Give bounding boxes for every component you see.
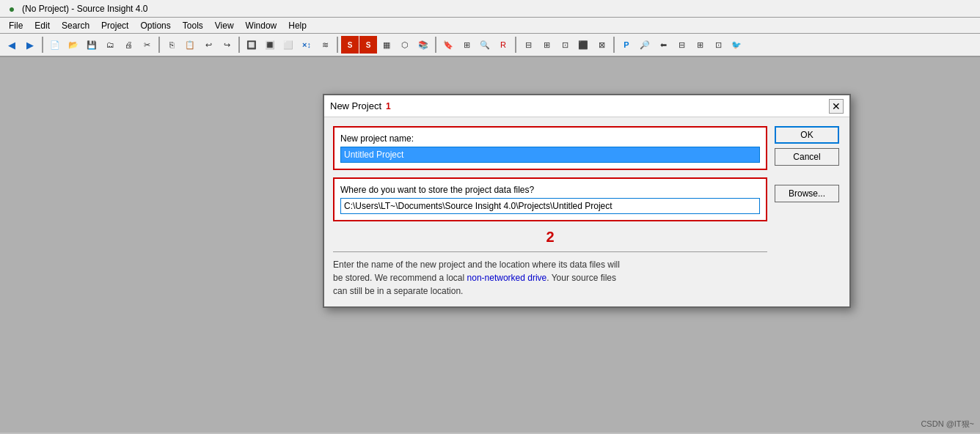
new-file-button[interactable]: 📄	[46, 36, 64, 54]
toolbar-sep-2	[158, 37, 160, 53]
path-field-group: Where do you want to store the project d…	[333, 177, 767, 221]
toolbar-btn-p[interactable]: ⊞	[538, 36, 555, 54]
toolbar-btn-m[interactable]: 🔍	[476, 36, 494, 54]
cut-button[interactable]: ✂	[138, 36, 156, 54]
toolbar-sep-5	[435, 37, 436, 53]
menu-bar: File Edit Search Project Options Tools V…	[0, 18, 980, 34]
toolbar-btn-h[interactable]: ▦	[378, 36, 395, 54]
toolbar-btn-k[interactable]: 🔖	[439, 36, 457, 54]
undo-button[interactable]: ↩	[200, 36, 217, 54]
menu-view[interactable]: View	[209, 19, 240, 32]
toolbar-btn-g[interactable]: S	[359, 36, 377, 54]
forward-button[interactable]: ▶	[21, 36, 39, 54]
toolbar-sep-1	[42, 37, 43, 53]
help-line-3: can still be in a separate location.	[333, 286, 463, 296]
dialog-divider	[333, 251, 767, 252]
title-bar-text: (No Project) - Source Insight 4.0	[22, 4, 147, 14]
toolbar-btn-l[interactable]: ⊞	[458, 36, 475, 54]
toolbar-btn-y[interactable]: ⊡	[709, 36, 727, 54]
ok-button[interactable]: OK	[775, 126, 839, 144]
menu-search[interactable]: Search	[56, 19, 95, 32]
name-label: New project name:	[340, 133, 760, 144]
toolbar: ◀ ▶ 📄 📂 💾 🗂 🖨 ✂ ⎘ 📋 ↩ ↪ 🔲 🔳 ⬜ ×↕ ≋ S S ▦…	[0, 34, 980, 57]
toolbar-btn-j[interactable]: 📚	[414, 36, 432, 54]
path-label: Where do you want to store the project d…	[340, 185, 760, 195]
help-highlight: non-networked drive	[467, 273, 547, 283]
toolbar-btn-s[interactable]: ⊠	[593, 36, 610, 54]
project-path-input[interactable]	[340, 198, 760, 214]
menu-tools[interactable]: Tools	[177, 19, 209, 32]
project-name-input[interactable]	[340, 147, 760, 163]
help-line-2: be stored. We recommend a local non-netw…	[333, 273, 616, 283]
toolbar-btn-e[interactable]: ≋	[316, 36, 334, 54]
toolbar-btn-b[interactable]: 🔳	[261, 36, 279, 54]
toolbar-btn-a[interactable]: 🔲	[243, 36, 260, 54]
toolbar-btn-i[interactable]: ⬡	[396, 36, 414, 54]
toolbar-btn-x[interactable]: ⊞	[691, 36, 709, 54]
toolbar-btn-f[interactable]: S	[341, 36, 359, 54]
open-button[interactable]: 📂	[65, 36, 82, 54]
toolbar-btn-n[interactable]: R	[494, 36, 512, 54]
dialog-title-bar: New Project 1 ✕	[324, 95, 849, 117]
dialog-body: New project name: Where do you want to s…	[324, 117, 849, 306]
main-area: New Project 1 ✕ New project name: Where …	[0, 57, 980, 433]
menu-options[interactable]: Options	[134, 19, 176, 32]
back-button[interactable]: ◀	[3, 36, 21, 54]
toolbar-btn-r[interactable]: ⬛	[574, 36, 592, 54]
menu-project[interactable]: Project	[95, 19, 134, 32]
toolbar-btn-d[interactable]: ×↕	[298, 36, 315, 54]
menu-file[interactable]: File	[3, 19, 29, 32]
new-project-dialog: New Project 1 ✕ New project name: Where …	[323, 94, 851, 308]
watermark: CSDN @IT狠~	[921, 419, 974, 430]
print-button[interactable]: 🖨	[120, 36, 137, 54]
toolbar-sep-7	[613, 37, 615, 53]
help-line-1: Enter the name of the new project and th…	[333, 260, 620, 270]
toolbar-sep-3	[238, 37, 240, 53]
save-all-button[interactable]: 🗂	[101, 36, 119, 54]
copy-button[interactable]: ⎘	[163, 36, 180, 54]
dialog-title-row: New Project 1	[330, 100, 391, 111]
dialog-close-button[interactable]: ✕	[829, 99, 844, 114]
toolbar-btn-t[interactable]: P	[618, 36, 635, 54]
cancel-button[interactable]: Cancel	[775, 148, 839, 166]
dialog-help-text: Enter the name of the new project and th…	[333, 258, 767, 298]
dialog-buttons: OK Cancel Browse...	[775, 126, 841, 298]
dialog-title: New Project	[330, 100, 381, 111]
name-field-group: New project name:	[333, 126, 767, 170]
toolbar-btn-u[interactable]: 🔎	[636, 36, 654, 54]
menu-help[interactable]: Help	[282, 19, 312, 32]
title-bar: ● (No Project) - Source Insight 4.0	[0, 0, 980, 18]
dialog-title-num: 1	[386, 101, 391, 111]
save-button[interactable]: 💾	[83, 36, 100, 54]
toolbar-btn-o[interactable]: ⊟	[519, 36, 537, 54]
dialog-left: New project name: Where do you want to s…	[333, 126, 767, 298]
toolbar-btn-w[interactable]: ⊟	[673, 36, 690, 54]
redo-button[interactable]: ↪	[218, 36, 235, 54]
toolbar-sep-4	[337, 37, 338, 53]
menu-window[interactable]: Window	[240, 19, 283, 32]
app-icon: ●	[6, 3, 18, 15]
annotation-2: 2	[333, 229, 767, 246]
toolbar-btn-q[interactable]: ⊡	[556, 36, 574, 54]
toolbar-btn-z[interactable]: 🐦	[728, 36, 745, 54]
browse-button[interactable]: Browse...	[775, 185, 839, 202]
paste-button[interactable]: 📋	[181, 36, 199, 54]
toolbar-sep-6	[515, 37, 516, 53]
toolbar-btn-v[interactable]: ⬅	[654, 36, 672, 54]
menu-edit[interactable]: Edit	[29, 19, 56, 32]
toolbar-btn-c[interactable]: ⬜	[279, 36, 297, 54]
